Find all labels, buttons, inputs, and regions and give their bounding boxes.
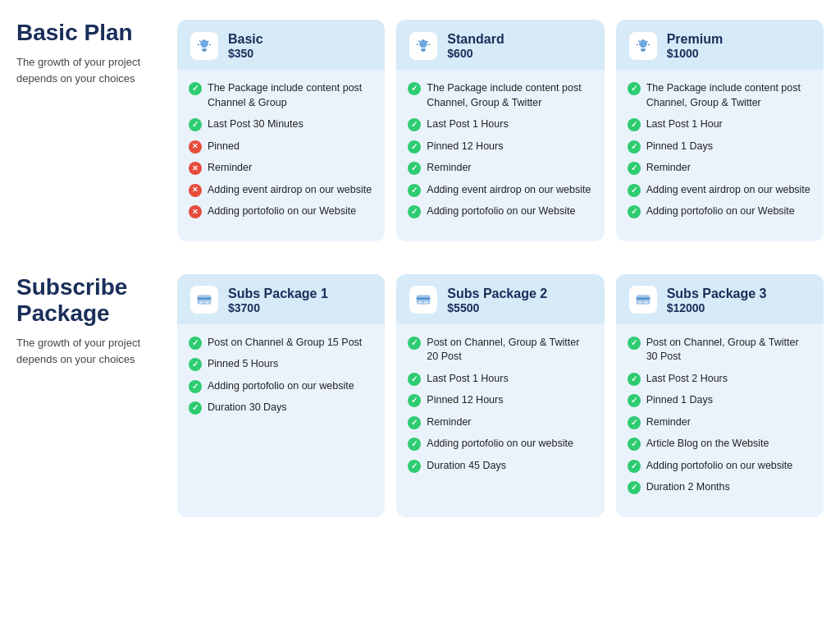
feature-item: Pinned 12 Hours: [408, 140, 592, 154]
feature-text: Reminder: [208, 161, 252, 176]
feature-item: Pinned 1 Days: [628, 140, 812, 154]
cross-icon: [189, 162, 202, 175]
feature-item: Adding portofolio on our website: [408, 437, 592, 452]
check-icon: [408, 184, 421, 197]
check-icon: [408, 118, 421, 131]
check-icon: [189, 358, 202, 371]
cross-icon: [189, 184, 202, 197]
feature-text: Last Post 1 Hour: [646, 117, 723, 132]
plan-card-subs1: Subs Package 1 $3700 Post on Channel & G…: [177, 274, 385, 517]
feature-text: The Package include content post Channel…: [646, 81, 812, 110]
feature-text: Pinned: [208, 140, 240, 154]
feature-text: Adding portofolio on our website: [427, 437, 573, 452]
feature-text: Reminder: [646, 415, 691, 430]
check-icon: [408, 205, 421, 218]
feature-item: Adding portofolio on our website: [189, 379, 373, 394]
feature-text: The Package include content post Channel…: [208, 81, 373, 110]
check-icon: [189, 380, 202, 393]
feature-text: Duration 2 Months: [646, 480, 730, 495]
check-icon: [628, 416, 641, 429]
check-icon: [408, 82, 421, 95]
plan-info: Standard $600: [447, 31, 504, 60]
feature-text: Duration 30 Days: [208, 401, 287, 415]
feature-text: Last Post 1 Hours: [427, 372, 508, 387]
feature-item: Last Post 1 Hours: [408, 117, 592, 132]
feature-item: Last Post 1 Hour: [628, 117, 812, 132]
plan-header: Subs Package 3 $12000: [616, 274, 824, 324]
plan-header: Subs Package 1 $3700: [177, 274, 385, 324]
feature-item: Adding portofolio on our website: [628, 459, 812, 474]
feature-item: Adding event airdrop on our website: [408, 183, 592, 198]
check-icon: [408, 162, 421, 175]
svg-rect-10: [424, 302, 428, 304]
svg-rect-8: [417, 298, 431, 300]
feature-text: Duration 45 Days: [427, 459, 506, 474]
check-icon: [189, 401, 202, 415]
feature-text: Adding portofolio on our Website: [427, 204, 575, 219]
feature-item: Pinned 1 Days: [628, 393, 812, 408]
plan-features-list: The Package include content post Channel…: [177, 78, 385, 219]
plan-features-list: Post on Channel, Group & Twitter 20 Post…: [396, 332, 604, 474]
svg-rect-14: [643, 302, 647, 304]
cross-icon: [189, 205, 202, 218]
plan-card-premium: Premium $1000 The Package include conten…: [616, 20, 824, 241]
feature-item: Last Post 30 Minutes: [189, 117, 373, 132]
check-icon: [408, 394, 421, 407]
feature-item: Last Post 1 Hours: [408, 372, 592, 387]
check-icon: [189, 337, 202, 350]
plan-card-subs3: Subs Package 3 $12000 Post on Channel, G…: [616, 274, 824, 517]
plan-header: Basic $350: [177, 20, 385, 70]
feature-text: Last Post 1 Hours: [427, 117, 508, 132]
plan-name: Standard: [447, 31, 504, 47]
svg-rect-6: [205, 302, 209, 304]
plan-icon: [629, 286, 657, 314]
feature-item: Adding event airdrop on our website: [628, 183, 812, 198]
check-icon: [408, 460, 421, 473]
check-icon: [628, 118, 641, 131]
plan-features-list: The Package include content post Channel…: [396, 78, 604, 219]
plan-price: $12000: [667, 301, 767, 314]
feature-text: Adding event airdrop on our website: [427, 183, 591, 198]
feature-item: The Package include content post Channel…: [628, 81, 812, 110]
feature-text: Reminder: [427, 161, 471, 176]
section-label: Basic Plan The growth of your project de…: [16, 20, 164, 86]
feature-text: The Package include content post Channel…: [427, 81, 592, 110]
check-icon: [628, 460, 641, 473]
check-icon: [628, 394, 641, 407]
plans-grid: Subs Package 1 $3700 Post on Channel & G…: [177, 274, 824, 517]
feature-text: Pinned 12 Hours: [427, 393, 503, 408]
check-icon: [408, 337, 421, 350]
feature-text: Adding portofolio on our Website: [646, 204, 795, 219]
check-icon: [189, 82, 202, 95]
check-icon: [628, 82, 641, 95]
svg-rect-12: [636, 298, 650, 300]
feature-item: Last Post 2 Hours: [628, 372, 812, 387]
plan-header: Premium $1000: [616, 20, 824, 70]
plan-section: Basic Plan The growth of your project de…: [16, 20, 824, 241]
feature-text: Post on Channel & Group 15 Post: [208, 336, 362, 351]
feature-text: Adding portofolio on our Website: [208, 204, 356, 219]
check-icon: [628, 184, 641, 197]
feature-item: Duration 30 Days: [189, 401, 373, 415]
plan-card-subs2: Subs Package 2 $5500 Post on Channel, Gr…: [396, 274, 604, 517]
section-description: The growth of your project depends on yo…: [16, 54, 164, 86]
feature-item: Adding event airdrop on our website: [189, 183, 373, 198]
feature-text: Reminder: [427, 415, 471, 430]
plan-card-standard: Standard $600 The Package include conten…: [396, 20, 604, 241]
check-icon: [628, 140, 641, 154]
plan-features-list: Post on Channel & Group 15 Post Pinned 5…: [177, 332, 385, 415]
feature-item: Post on Channel, Group & Twitter 30 Post: [628, 336, 812, 365]
feature-text: Pinned 12 Hours: [427, 140, 503, 154]
plan-info: Basic $350: [228, 31, 263, 60]
section-title: Subscribe Package: [16, 274, 164, 327]
plan-info: Premium $1000: [667, 31, 723, 60]
plans-grid: Basic $350 The Package include content p…: [177, 20, 824, 241]
plan-features-list: Post on Channel, Group & Twitter 30 Post…: [616, 332, 824, 495]
feature-item: Reminder: [628, 415, 812, 430]
plan-name: Subs Package 2: [447, 286, 547, 301]
feature-text: Adding portofolio on our website: [208, 379, 354, 394]
feature-text: Pinned 1 Days: [646, 393, 713, 408]
plan-section: Subscribe Package The growth of your pro…: [16, 274, 824, 517]
plan-price: $5500: [447, 301, 547, 314]
feature-item: Pinned: [189, 140, 373, 154]
